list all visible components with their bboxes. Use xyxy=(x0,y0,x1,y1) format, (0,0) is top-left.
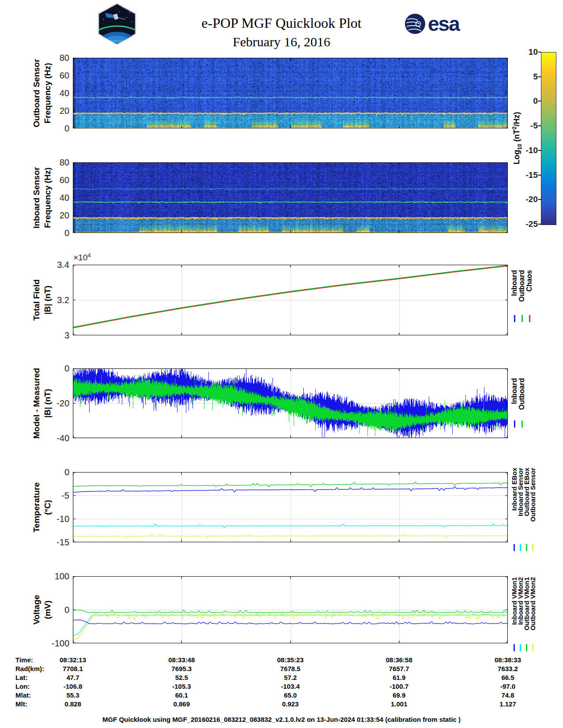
colorbar-tick xyxy=(538,199,541,200)
total-field-canvas xyxy=(73,265,508,335)
colorbar-tick xyxy=(538,150,541,151)
y-tick-label: 20 xyxy=(44,106,69,116)
legend-voltage: Inboard VMon1Inboard VMon2Outboard VMon1… xyxy=(511,577,536,630)
page-date: February 16, 2016 xyxy=(0,34,563,49)
colorbar-tick-label: -25 xyxy=(514,219,538,229)
colorbar-tick-label: -5 xyxy=(514,121,538,131)
y-tick-label: 20 xyxy=(44,210,69,221)
ephemeris-value: 08:32:13 xyxy=(40,656,106,664)
legend-label: Inboard Sensor xyxy=(517,468,523,516)
legend-marker-cell xyxy=(523,544,529,551)
legend-label: Inboard xyxy=(511,378,518,404)
footer-provenance-text: MGF Quicklook using MGF_20160216_083212_… xyxy=(0,716,563,723)
colorbar-tick-label: 0 xyxy=(514,96,538,106)
inboard-spectrogram-canvas xyxy=(73,162,508,233)
y-tick-label: -10 xyxy=(44,514,69,524)
legend-marker-cell xyxy=(529,644,536,651)
ephemeris-row-label: Lat: xyxy=(15,674,28,681)
ephemeris-value: 66.5 xyxy=(475,674,541,681)
legend-marker xyxy=(526,644,527,651)
legend-marker-cell xyxy=(529,544,536,551)
colorbar-tick xyxy=(538,52,541,53)
y-tick-label: 3.4 xyxy=(44,260,69,270)
colorbar-tick xyxy=(538,125,541,126)
legend-marker xyxy=(532,544,533,551)
esa-logo: esa xyxy=(404,13,459,34)
ephemeris-value: 7708.1 xyxy=(40,665,106,672)
y-tick-label: -15 xyxy=(44,537,69,548)
legend-label: Inboard VMon2 xyxy=(517,577,523,625)
ephemeris-value: -103.4 xyxy=(257,683,324,690)
legend-total-field: InboardOutboardChaos xyxy=(511,270,533,302)
y-tick-label: -5 xyxy=(44,491,69,501)
legend-marker xyxy=(520,644,521,651)
ephemeris-row-label: Time: xyxy=(15,656,33,664)
y-tick-label: 60 xyxy=(44,71,69,81)
legend-markers-voltage xyxy=(511,644,536,651)
legend-label: Inboard EBox xyxy=(511,468,517,511)
legend-markers-model-minus-measured xyxy=(511,420,526,428)
legend-markers-temperature xyxy=(511,544,536,551)
y-tick-label: 100 xyxy=(44,571,69,582)
ephemeris-value: 69.9 xyxy=(366,691,432,699)
legend-marker-cell xyxy=(517,644,523,651)
ephemeris-value: 08:36:58 xyxy=(366,656,432,664)
legend-label: Outboard VMon2 xyxy=(529,577,536,630)
legend-marker xyxy=(514,644,515,651)
ephemeris-value: 60.1 xyxy=(148,691,215,699)
outboard-spectrogram-canvas xyxy=(73,58,508,128)
legend-markers-total-field xyxy=(511,315,533,322)
legend-marker-cell xyxy=(518,315,526,322)
y-tick-label: 0 xyxy=(44,467,69,477)
ephemeris-value: 0.923 xyxy=(257,700,324,708)
colorbar-tick xyxy=(538,175,541,176)
y-tick-label: 3.2 xyxy=(44,295,69,305)
ephemeris-value: 7695.3 xyxy=(148,665,215,672)
legend-label: Outboard xyxy=(518,378,526,410)
legend-marker xyxy=(532,644,533,651)
ephemeris-value: 65.0 xyxy=(257,691,324,699)
ephemeris-value: 08:38:33 xyxy=(475,656,541,664)
legend-label: Outboard VMon1 xyxy=(523,577,529,630)
legend-marker-cell xyxy=(511,644,517,651)
esa-logo-text: esa xyxy=(428,14,459,34)
ephemeris-row-label: Lon: xyxy=(15,683,30,690)
ephemeris-value: 52.5 xyxy=(148,674,215,681)
ephemeris-value: 08:33:48 xyxy=(148,656,215,664)
colorbar-tick-label: -15 xyxy=(514,170,538,180)
ephemeris-value: 57.2 xyxy=(257,674,324,681)
legend-marker xyxy=(514,420,515,428)
ephemeris-value: 1.127 xyxy=(475,700,541,708)
legend-marker xyxy=(529,315,530,322)
legend-marker-cell xyxy=(518,420,526,428)
ephemeris-value: -105.3 xyxy=(148,683,215,690)
legend-marker-cell xyxy=(526,315,533,322)
y-tick-label: 0 xyxy=(44,228,69,238)
y-tick-label: -40 xyxy=(44,433,69,443)
ephemeris-value: 08:35:23 xyxy=(257,656,324,664)
y-tick-label: 0 xyxy=(44,364,69,374)
colorbar-tick-label: 10 xyxy=(514,47,538,57)
legend-label: Chaos xyxy=(526,270,533,292)
legend-marker xyxy=(514,315,515,322)
legend-marker xyxy=(521,315,523,322)
legend-marker-cell xyxy=(523,644,529,651)
quicklook-plot-page: CASSIOPE e-POP MGF Quicklook Plot Februa… xyxy=(0,0,563,728)
ephemeris-value: 0.869 xyxy=(148,700,215,708)
temperature-canvas xyxy=(73,472,508,542)
esa-emblem-icon xyxy=(404,13,426,34)
legend-temperature: Inboard EBoxInboard SensorOutboard EBoxO… xyxy=(511,468,536,522)
spectrogram-colorbar xyxy=(541,52,556,225)
y-tick-label: 80 xyxy=(44,158,69,168)
colorbar-tick-label: -10 xyxy=(514,146,538,155)
ephemeris-value: 7678.5 xyxy=(257,665,324,672)
ephemeris-value: -106.8 xyxy=(40,683,106,690)
ephemeris-value: 61.9 xyxy=(366,674,432,681)
y-tick-label: 40 xyxy=(44,193,69,203)
y-tick-label: 3 xyxy=(44,330,69,341)
y-tick-label: 40 xyxy=(44,88,69,98)
ephemeris-value: -100.7 xyxy=(366,683,432,690)
legend-marker-cell xyxy=(511,544,517,551)
colorbar-tick xyxy=(538,224,541,225)
y-tick-label: 0 xyxy=(44,605,69,615)
